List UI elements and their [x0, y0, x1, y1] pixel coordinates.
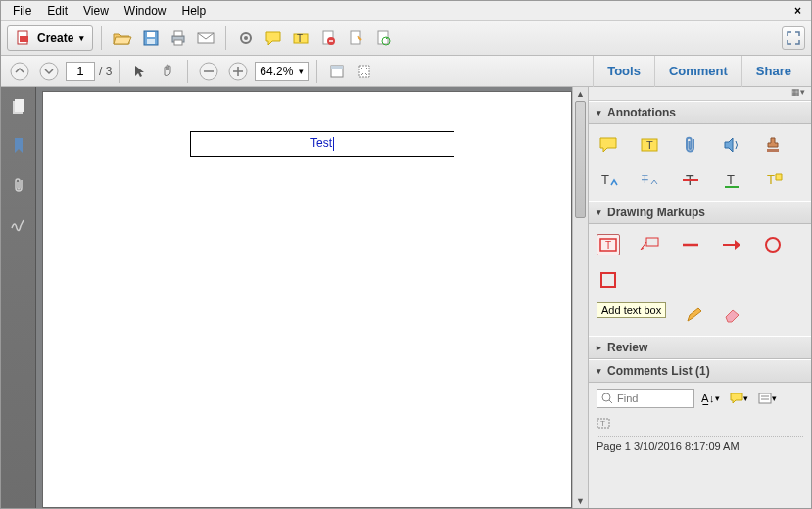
svg-text:T: T — [646, 139, 653, 151]
bookmarks-button[interactable] — [7, 134, 30, 158]
menu-file[interactable]: File — [5, 2, 39, 20]
stamp-approve-button[interactable] — [371, 26, 395, 50]
list-options-icon — [758, 393, 772, 404]
annotations-header[interactable]: ▾ Annotations — [589, 101, 811, 124]
tab-tools[interactable]: Tools — [593, 56, 654, 87]
select-tool[interactable] — [128, 60, 152, 83]
hand-tool[interactable] — [156, 60, 179, 83]
sticky-note-tool[interactable] — [597, 134, 620, 156]
text-box-annotation[interactable]: Test — [190, 131, 454, 157]
scroll-down-icon[interactable]: ▼ — [573, 494, 588, 508]
vertical-scrollbar[interactable]: ▲ ▼ — [572, 87, 588, 508]
eraser-tool[interactable] — [720, 304, 743, 326]
bookmark-icon — [12, 137, 25, 155]
arrow-icon — [721, 238, 742, 252]
rectangle-tool[interactable] — [597, 269, 620, 291]
record-audio-tool[interactable] — [720, 134, 743, 156]
svg-point-18 — [11, 63, 28, 80]
find-field[interactable] — [617, 393, 676, 404]
review-header[interactable]: ▸ Review — [589, 336, 811, 359]
thumbnails-button[interactable] — [7, 95, 30, 118]
insert-text-tool[interactable]: T — [597, 169, 620, 191]
text-highlight-icon: T — [293, 30, 309, 46]
menu-window[interactable]: Window — [117, 2, 174, 20]
filter-comments-button[interactable]: ▾ — [727, 389, 751, 408]
underline-tool[interactable]: T — [720, 169, 743, 191]
menu-help[interactable]: Help — [174, 2, 215, 20]
oval-tool[interactable] — [761, 234, 785, 255]
svg-point-19 — [40, 63, 58, 80]
svg-rect-6 — [174, 31, 182, 36]
collapse-icon: ▾ — [597, 108, 601, 117]
panel-options-icon[interactable]: ▦▾ — [791, 87, 805, 100]
stamp-icon — [763, 136, 783, 154]
save-button[interactable] — [139, 26, 163, 50]
folder-open-icon — [113, 30, 132, 46]
zoom-in-button[interactable] — [225, 60, 251, 83]
menu-edit[interactable]: Edit — [39, 2, 75, 20]
annotations-tools: T T T T T T — [589, 124, 811, 201]
text-box-icon: T — [598, 236, 618, 254]
strikethrough-tool[interactable]: T — [679, 169, 702, 191]
comments-list-body: A̲↓▾ ▾ ▾ T Page 1 3/10/2016 8:17:09 AM — [589, 383, 811, 458]
svg-text:T: T — [601, 172, 609, 187]
callout-tool[interactable] — [638, 234, 661, 255]
plus-circle-icon — [228, 62, 248, 81]
create-button[interactable]: Create ▾ — [7, 25, 93, 51]
fit-page-button[interactable] — [353, 60, 376, 83]
line-tool[interactable] — [679, 234, 702, 255]
print-button[interactable] — [167, 26, 190, 50]
stamp-delete-button[interactable] — [316, 26, 340, 50]
replace-text-tool[interactable]: T — [638, 169, 661, 191]
page-up-button[interactable] — [7, 60, 32, 83]
svg-rect-43 — [601, 273, 615, 287]
stamp-add-button[interactable] — [344, 26, 367, 50]
search-icon — [601, 393, 613, 404]
scroll-up-icon[interactable]: ▲ — [573, 87, 588, 101]
right-pane-tabs: Tools Comment Share — [593, 56, 805, 87]
page-number-input[interactable] — [66, 62, 95, 81]
highlight-tool-button[interactable]: T — [289, 26, 312, 50]
expand-icon: ▸ — [597, 343, 601, 352]
arrow-tool[interactable] — [720, 234, 743, 255]
email-button[interactable] — [194, 26, 217, 50]
find-comment-input[interactable] — [597, 389, 694, 408]
page-refresh-icon — [375, 30, 391, 46]
menu-view[interactable]: View — [75, 2, 117, 20]
stamp-tool[interactable] — [761, 134, 785, 156]
drawing-markups-header[interactable]: ▾ Drawing Markups — [589, 201, 811, 224]
close-icon[interactable]: × — [788, 4, 807, 18]
svg-text:T: T — [297, 33, 303, 44]
svg-rect-3 — [147, 32, 155, 37]
page-down-button[interactable] — [36, 60, 62, 83]
comments-list-header[interactable]: ▾ Comments List (1) — [589, 359, 811, 383]
tab-share[interactable]: Share — [741, 56, 805, 87]
fit-width-button[interactable] — [325, 60, 349, 83]
signatures-button[interactable] — [7, 212, 30, 236]
highlight-text-tool[interactable]: T — [638, 134, 661, 156]
filter-speech-icon — [730, 393, 743, 404]
comment-meta: Page 1 3/10/2016 8:17:09 AM — [597, 436, 803, 452]
add-note-to-text-tool[interactable]: T — [761, 169, 785, 191]
open-button[interactable] — [110, 26, 135, 50]
create-pdf-icon — [16, 30, 31, 46]
sort-comments-button[interactable]: A̲↓▾ — [698, 389, 723, 408]
pencil-tool[interactable] — [683, 304, 706, 326]
text-box-tool[interactable]: T — [597, 234, 620, 255]
svg-rect-39 — [646, 238, 658, 246]
settings-button[interactable] — [234, 26, 258, 50]
attach-file-tool[interactable] — [679, 134, 702, 156]
svg-rect-7 — [174, 40, 182, 45]
svg-rect-4 — [147, 39, 155, 44]
tab-comment[interactable]: Comment — [654, 56, 741, 87]
comment-item[interactable]: T — [597, 414, 803, 436]
zoom-out-button[interactable] — [196, 60, 221, 83]
zoom-dropdown[interactable]: 64.2% ▾ — [255, 62, 309, 81]
reading-mode-button[interactable] — [782, 26, 805, 50]
svg-text:T: T — [605, 240, 611, 251]
comment-bubble-button[interactable] — [262, 26, 285, 50]
page-canvas[interactable]: Test — [42, 91, 572, 508]
attachments-button[interactable] — [7, 173, 30, 197]
options-comments-button[interactable]: ▾ — [755, 389, 780, 408]
scroll-thumb[interactable] — [575, 101, 586, 218]
